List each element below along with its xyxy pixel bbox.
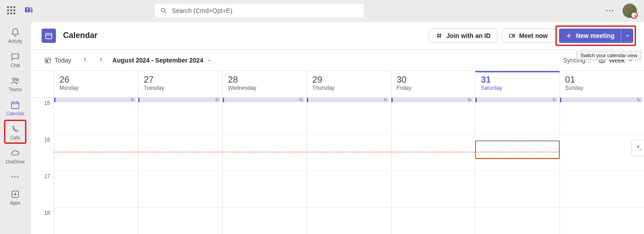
time-label: 15 — [44, 100, 50, 106]
people-icon — [10, 76, 20, 86]
teams-logo-icon[interactable]: T — [24, 5, 34, 17]
sparkle-icon — [635, 144, 642, 151]
time-label: 16 — [44, 137, 50, 143]
rail-calls[interactable]: Calls — [2, 121, 29, 144]
svg-point-6 — [16, 79, 18, 81]
selection-box[interactable] — [475, 141, 559, 159]
svg-point-29 — [640, 149, 641, 150]
day-column[interactable]: 27Tuesday↻ — [138, 71, 222, 234]
day-number: 30 — [397, 75, 470, 85]
recurring-event[interactable]: ↻ — [223, 98, 305, 102]
calendar-toolbar: Today August 2024 - September 2024 Synci… — [31, 50, 644, 71]
new-meeting-dropdown[interactable] — [621, 29, 633, 43]
chevron-down-icon — [625, 33, 630, 38]
date-range-picker[interactable]: August 2024 - September 2024 — [112, 57, 212, 64]
svg-line-19 — [440, 33, 441, 38]
page-header: Calendar Join with an ID Meet now New me… — [31, 22, 644, 50]
recurring-event[interactable]: ↻ — [54, 98, 136, 102]
now-indicator — [54, 152, 138, 152]
svg-point-3 — [161, 8, 165, 12]
next-week-button[interactable] — [96, 54, 106, 66]
day-name: Wednesday — [228, 85, 301, 91]
rail-more[interactable]: ··· — [2, 169, 29, 185]
time-label: 18 — [44, 210, 50, 216]
prev-week-button[interactable] — [80, 54, 90, 66]
rail-teams[interactable]: Teams — [2, 72, 29, 96]
recurring-icon: ↻ — [299, 97, 303, 102]
video-icon — [508, 32, 516, 39]
day-body[interactable]: ↻ — [223, 98, 306, 234]
main-content: Calendar Join with an ID Meet now New me… — [30, 21, 644, 234]
now-indicator — [138, 152, 222, 152]
day-body[interactable]: ↻ — [560, 98, 644, 234]
day-header: 27Tuesday — [138, 71, 222, 98]
svg-line-4 — [165, 12, 166, 13]
rail-chat[interactable]: Chat — [2, 48, 29, 71]
day-column[interactable]: 26Monday↻ — [54, 71, 138, 234]
day-column[interactable]: 28Wednesday↻ — [223, 71, 307, 234]
svg-rect-7 — [12, 102, 19, 109]
now-indicator — [307, 152, 390, 152]
user-avatar[interactable] — [623, 4, 637, 18]
day-header: 28Wednesday — [223, 71, 306, 98]
day-number: 01 — [565, 75, 639, 85]
calendar-grid: 15 16 17 18 26Monday↻27Tuesday↻28Wednesd… — [31, 71, 644, 234]
now-indicator — [475, 158, 559, 159]
recurring-event[interactable]: ↻ — [475, 98, 557, 102]
day-column[interactable]: 30Friday↻ — [391, 71, 475, 234]
recurring-event[interactable]: ↻ — [138, 98, 220, 102]
calendar-today-icon — [44, 57, 51, 64]
day-header: 29Thursday — [307, 71, 390, 98]
recurring-event[interactable]: ↻ — [391, 98, 473, 102]
apps-icon — [10, 189, 20, 199]
page-title: Calendar — [63, 31, 97, 40]
rail-onedrive[interactable]: OneDrive — [2, 145, 29, 168]
recurring-event[interactable]: ↻ — [560, 98, 642, 102]
app-launcher-icon[interactable] — [7, 6, 16, 15]
day-body[interactable]: ↻ — [138, 98, 222, 234]
chevron-right-icon — [98, 56, 104, 63]
rail-calendar[interactable]: Calendar — [2, 96, 29, 120]
search-input[interactable]: Search (Cmd+Opt+E) — [155, 4, 364, 18]
recurring-event[interactable]: ↻ — [307, 98, 389, 102]
join-with-id-button[interactable]: Join with an ID — [429, 29, 497, 43]
day-number: 26 — [59, 75, 132, 85]
day-column[interactable]: 29Thursday↻ — [307, 71, 391, 234]
search-placeholder: Search (Cmd+Opt+E) — [172, 7, 232, 14]
day-name: Tuesday — [144, 85, 216, 91]
day-body[interactable]: ↻ — [475, 98, 559, 234]
rail-apps[interactable]: Apps — [2, 186, 29, 209]
chevron-left-icon — [82, 56, 88, 63]
recurring-icon: ↻ — [552, 97, 556, 102]
phone-icon — [10, 124, 20, 134]
new-meeting-button[interactable]: New meeting — [559, 29, 621, 43]
day-header: 31Saturday — [475, 71, 559, 98]
copilot-button[interactable] — [631, 140, 644, 156]
view-tooltip: Switch your calendar view — [576, 51, 641, 60]
day-name: Monday — [59, 85, 132, 91]
day-body[interactable]: ↻ — [391, 98, 475, 234]
today-button[interactable]: Today — [42, 55, 74, 66]
meet-now-button[interactable]: Meet now — [502, 29, 555, 43]
plus-icon — [565, 32, 572, 39]
chevron-down-icon — [207, 58, 212, 63]
recurring-icon: ↻ — [468, 97, 471, 102]
day-header: 30Friday — [391, 71, 475, 98]
day-body[interactable]: ↻ — [54, 98, 138, 234]
rail-activity[interactable]: Activity — [2, 24, 29, 47]
svg-point-5 — [13, 78, 16, 81]
hash-icon — [436, 32, 443, 39]
day-name: Sunday — [565, 85, 639, 91]
more-options-icon[interactable]: ··· — [606, 7, 614, 15]
time-label: 17 — [44, 173, 50, 180]
svg-line-18 — [438, 33, 438, 38]
day-number: 28 — [228, 75, 301, 85]
app-rail: Activity Chat Teams Calendar Calls OneDr… — [0, 21, 30, 234]
svg-rect-20 — [509, 34, 513, 37]
calendar-icon — [10, 100, 20, 110]
svg-rect-25 — [47, 60, 48, 62]
svg-rect-23 — [45, 58, 51, 63]
day-header: 26Monday — [54, 71, 138, 98]
day-body[interactable]: ↻ — [307, 98, 390, 234]
day-column[interactable]: 31Saturday↻ — [475, 71, 559, 234]
